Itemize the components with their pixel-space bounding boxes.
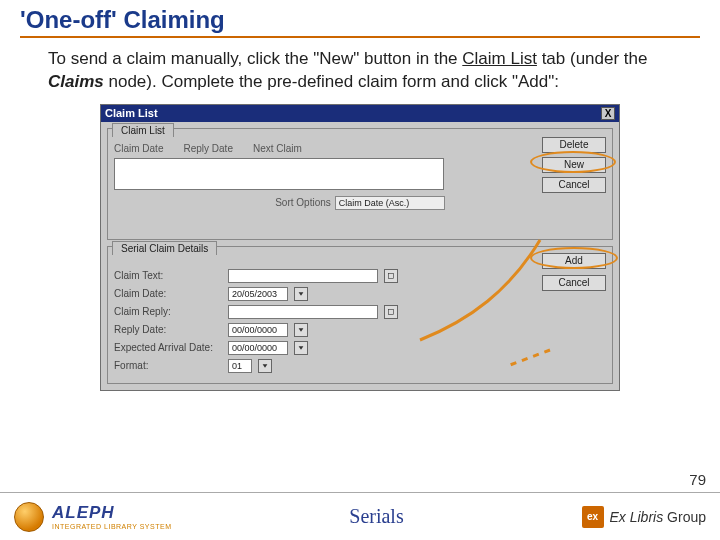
- close-icon[interactable]: X: [601, 107, 615, 120]
- col-claim-date: Claim Date: [114, 143, 163, 154]
- col-next-claim: Next Claim: [253, 143, 302, 154]
- input-claim-date[interactable]: 20/05/2003: [228, 287, 288, 301]
- date-picker2-icon[interactable]: [294, 323, 308, 337]
- new-button[interactable]: New: [542, 157, 606, 173]
- footer: ALEPH INTEGRATED LIBRARY SYSTEM Serials …: [0, 492, 720, 540]
- annotation-arrow: [360, 230, 600, 390]
- aleph-word: ALEPH: [52, 503, 171, 523]
- date-picker3-icon[interactable]: [294, 341, 308, 355]
- label-expected-arrival: Expected Arrival Date:: [114, 342, 222, 353]
- tab-claim-list[interactable]: Claim List: [112, 123, 174, 137]
- input-claim-text[interactable]: [228, 269, 378, 283]
- input-expected-arrival[interactable]: 00/00/0000: [228, 341, 288, 355]
- sort-label: Sort Options: [275, 197, 331, 208]
- claim-list-ref: Claim List: [462, 49, 537, 68]
- body-text: To send a claim manually, click the "New…: [48, 48, 688, 94]
- footer-section-title: Serials: [349, 505, 403, 528]
- window-title: Claim List: [105, 107, 158, 119]
- claims-ref: Claims: [48, 72, 104, 91]
- dropdown-icon[interactable]: [258, 359, 272, 373]
- aleph-logo: ALEPH INTEGRATED LIBRARY SYSTEM: [14, 502, 171, 532]
- window-titlebar: Claim List X: [101, 105, 619, 122]
- sort-field[interactable]: Claim Date (Asc.): [335, 196, 445, 210]
- exlibris-logo: ex Ex Libris Group: [582, 506, 707, 528]
- label-claim-date: Claim Date:: [114, 288, 222, 299]
- col-reply-date: Reply Date: [183, 143, 232, 154]
- page-number: 79: [689, 471, 706, 488]
- label-claim-text: Claim Text:: [114, 270, 222, 281]
- date-picker-icon[interactable]: [294, 287, 308, 301]
- title-rule: [20, 36, 700, 38]
- label-format: Format:: [114, 360, 222, 371]
- exlibris-badge-icon: ex: [582, 506, 604, 528]
- delete-button[interactable]: Delete: [542, 137, 606, 153]
- input-reply-date[interactable]: 00/00/0000: [228, 323, 288, 337]
- claims-listbox[interactable]: [114, 158, 444, 190]
- aleph-subtitle: INTEGRATED LIBRARY SYSTEM: [52, 523, 171, 530]
- cancel-button[interactable]: Cancel: [542, 177, 606, 193]
- label-claim-reply: Claim Reply:: [114, 306, 222, 317]
- label-reply-date: Reply Date:: [114, 324, 222, 335]
- aleph-orb-icon: [14, 502, 44, 532]
- input-claim-reply[interactable]: [228, 305, 378, 319]
- tab-serial-claim-details[interactable]: Serial Claim Details: [112, 241, 217, 255]
- input-format[interactable]: 01: [228, 359, 252, 373]
- slide-title: 'One-off' Claiming: [20, 6, 700, 34]
